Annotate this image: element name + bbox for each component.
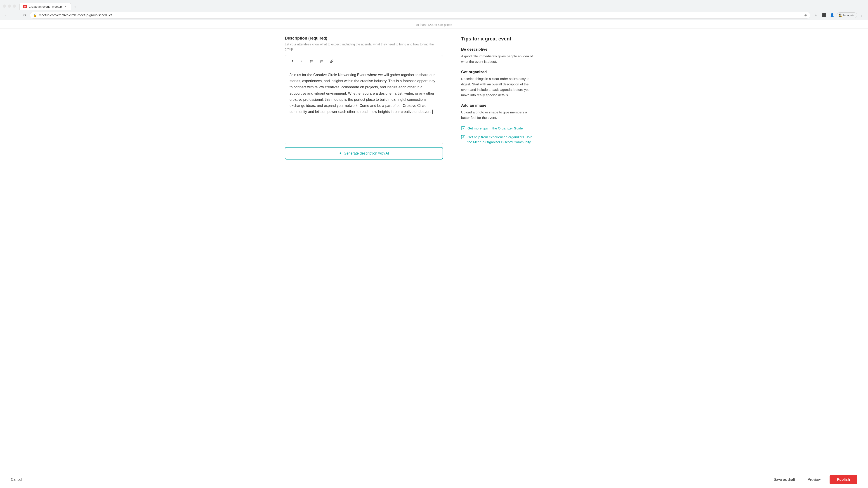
svg-text:3.: 3. (320, 61, 321, 63)
menu-icon[interactable]: ⋮ (858, 11, 865, 19)
organizer-guide-link[interactable]: Get more tips in the Organizer Guide (461, 126, 533, 131)
organizer-guide-text: Get more tips in the Organizer Guide (467, 126, 523, 131)
image-size-hint: At least 1200 x 675 pixels (0, 20, 868, 29)
tip-image-heading: Add an image (461, 103, 533, 108)
bookmark-icon[interactable]: ☆ (812, 11, 819, 19)
bullet-list-button[interactable] (308, 58, 315, 65)
form-section: Description (required) Let your attendee… (285, 36, 443, 160)
svg-point-0 (310, 60, 311, 61)
browser-toolbar: ← → ↻ 🔒 ⊕ ☆ ⬛ 👤 🕵 Incognito ⋮ (0, 10, 868, 20)
svg-point-2 (310, 62, 311, 63)
link-button[interactable] (328, 58, 335, 65)
description-text: Join us for the Creative Circle Networki… (289, 73, 435, 113)
bold-button[interactable]: B (288, 58, 296, 65)
cancel-button[interactable]: Cancel (11, 475, 22, 484)
ai-generate-button[interactable]: ✦ Generate description with AI (285, 147, 443, 160)
reload-button[interactable]: ↻ (21, 11, 28, 19)
save-draft-button[interactable]: Save as draft (770, 475, 799, 484)
tip-organized-text: Describe things in a clear order so it's… (461, 76, 533, 98)
description-editor[interactable]: Join us for the Creative Circle Networki… (285, 67, 443, 144)
tips-section: Tips for a great event Be descriptive A … (461, 36, 533, 160)
window-controls (3, 4, 16, 8)
ai-generate-label: Generate description with AI (344, 151, 389, 156)
editor-wrapper: B I 1. (285, 55, 443, 144)
external-link-icon (461, 126, 465, 130)
tip-descriptive-text: A good title immediately gives people an… (461, 54, 533, 64)
new-tab-button[interactable]: + (72, 4, 78, 10)
active-tab[interactable]: M Create an event | Meetup ✕ (20, 3, 71, 10)
extensions-icon[interactable]: ⬛ (820, 11, 828, 19)
incognito-badge: 🕵 Incognito (837, 12, 857, 18)
tab-favicon: M (23, 5, 27, 8)
italic-button[interactable]: I (298, 58, 305, 65)
profile-icon[interactable]: 👤 (829, 11, 836, 19)
right-actions: Save as draft Preview Publish (770, 475, 857, 484)
incognito-label: Incognito (843, 13, 855, 17)
discord-link[interactable]: Get help from experienced organizers. Jo… (461, 135, 533, 145)
tip-organized: Get organized Describe things in a clear… (461, 70, 533, 98)
title-bar: M Create an event | Meetup ✕ + (0, 0, 868, 10)
tip-image: Add an image Upload a photo or image to … (461, 103, 533, 121)
tip-descriptive: Be descriptive A good title immediately … (461, 47, 533, 64)
tab-title: Create an event | Meetup (29, 5, 62, 8)
window-close-btn[interactable] (3, 4, 6, 8)
back-button[interactable]: ← (3, 11, 10, 19)
tip-organized-heading: Get organized (461, 70, 533, 74)
external-link-icon-2 (461, 135, 465, 139)
publish-button[interactable]: Publish (830, 475, 857, 484)
browser-tabs: M Create an event | Meetup ✕ + (18, 3, 80, 10)
tip-image-text: Upload a photo or image to give members … (461, 109, 533, 121)
description-hint: Let your attendees know what to expect, … (285, 42, 443, 52)
main-content: Description (required) Let your attendee… (276, 29, 592, 167)
description-label: Description (required) (285, 36, 443, 41)
incognito-icon: 🕵 (839, 13, 842, 17)
svg-point-1 (310, 61, 311, 62)
ordered-list-button[interactable]: 1. 2. 3. (318, 58, 325, 65)
tips-title: Tips for a great event (461, 36, 533, 42)
toolbar-actions: ☆ ⬛ 👤 🕵 Incognito ⋮ (812, 11, 865, 19)
discord-link-text: Get help from experienced organizers. Jo… (467, 135, 533, 145)
text-cursor (432, 109, 433, 113)
search-icon: ⊕ (804, 13, 807, 17)
preview-button[interactable]: Preview (804, 475, 824, 484)
bottom-bar: Cancel Save as draft Preview Publish (0, 471, 868, 488)
window-maximize-btn[interactable] (13, 4, 16, 8)
editor-toolbar: B I 1. (285, 55, 443, 67)
browser-chrome: M Create an event | Meetup ✕ + ← → ↻ 🔒 ⊕… (0, 0, 868, 20)
address-bar[interactable]: 🔒 ⊕ (30, 12, 810, 19)
url-input[interactable] (39, 13, 802, 17)
ai-sparkle-icon: ✦ (339, 151, 342, 156)
page-wrapper: At least 1200 x 675 pixels Description (… (0, 20, 868, 488)
lock-icon: 🔒 (33, 13, 37, 17)
window-minimize-btn[interactable] (8, 4, 11, 8)
tip-descriptive-heading: Be descriptive (461, 47, 533, 52)
tab-close-btn[interactable]: ✕ (64, 5, 67, 8)
forward-button[interactable]: → (12, 11, 19, 19)
